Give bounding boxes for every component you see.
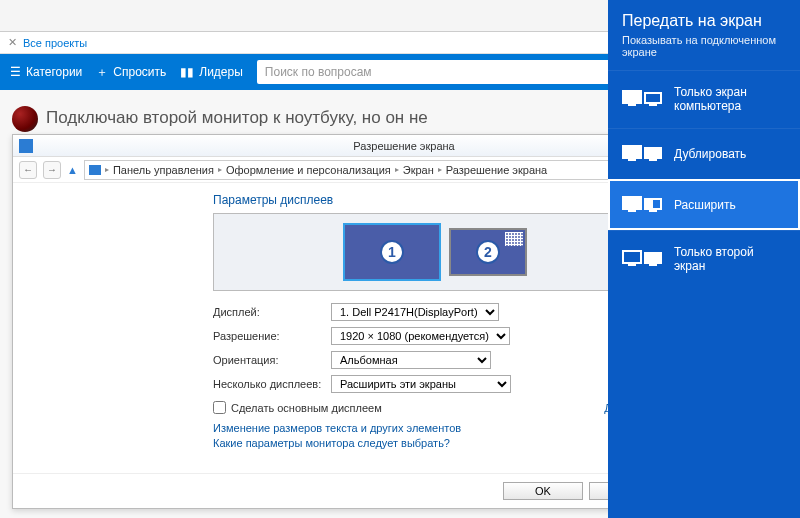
- charm-item-label: Только экран компьютера: [674, 85, 786, 114]
- monitor-number: 1: [380, 240, 404, 264]
- chevron-right-icon: ▸: [105, 165, 109, 174]
- charm-item-label: Дублировать: [674, 147, 746, 161]
- pc-only-icon: [622, 88, 662, 110]
- chart-icon: ▮▮: [180, 65, 194, 79]
- nav-leaders[interactable]: ▮▮Лидеры: [180, 65, 243, 79]
- displays-preview[interactable]: 1 2: [213, 213, 657, 291]
- charm-item-extend[interactable]: Расширить: [608, 179, 800, 230]
- charm-item-duplicate[interactable]: Дублировать: [608, 128, 800, 179]
- chevron-right-icon: ▸: [438, 165, 442, 174]
- orientation-select[interactable]: Альбомная: [331, 351, 491, 369]
- monitor-number: 2: [476, 240, 500, 264]
- breadcrumb-item[interactable]: Оформление и персонализация: [226, 164, 391, 176]
- project-charm-panel: Передать на экран Показывать на подключе…: [608, 0, 800, 518]
- charm-item-second-only[interactable]: Только второй экран: [608, 230, 800, 288]
- breadcrumb-item[interactable]: Панель управления: [113, 164, 214, 176]
- extend-icon: [622, 194, 662, 216]
- resolution-select[interactable]: 1920 × 1080 (рекомендуется): [331, 327, 510, 345]
- display-label: Дисплей:: [213, 306, 323, 318]
- duplicate-icon: [622, 143, 662, 165]
- monitor-icon: [89, 165, 101, 175]
- window-icon: [19, 139, 33, 153]
- second-only-icon: [622, 248, 662, 270]
- charm-subtitle: Показывать на подключенном экране: [608, 34, 800, 70]
- breadcrumb-item[interactable]: Разрешение экрана: [446, 164, 547, 176]
- chevron-right-icon: ▸: [218, 165, 222, 174]
- nav-ask-label: Спросить: [113, 65, 166, 79]
- ok-button[interactable]: OK: [503, 482, 583, 500]
- question-search-placeholder: Поиск по вопросам: [265, 65, 372, 79]
- multi-select[interactable]: Расширить эти экраны: [331, 375, 511, 393]
- tab-close-icon[interactable]: ✕: [8, 36, 17, 49]
- tab-all-projects[interactable]: Все проекты: [23, 37, 87, 49]
- nav-categories-label: Категории: [26, 65, 82, 79]
- primary-display-checkbox[interactable]: [213, 401, 226, 414]
- nav-categories[interactable]: ☰Категории: [10, 65, 82, 79]
- question-title-text: Подключаю второй монитор к ноутбуку, но …: [46, 108, 428, 127]
- display-select[interactable]: 1. Dell P2417H(DisplayPort): [331, 303, 499, 321]
- charm-title: Передать на экран: [608, 0, 800, 34]
- monitor-1[interactable]: 1: [343, 223, 441, 281]
- charm-item-pc-only[interactable]: Только экран компьютера: [608, 70, 800, 128]
- nav-ask[interactable]: ＋Спросить: [96, 64, 166, 81]
- asker-avatar[interactable]: [12, 106, 38, 132]
- orientation-label: Ориентация:: [213, 354, 323, 366]
- multi-label: Несколько дисплеев:: [213, 378, 323, 390]
- charm-item-label: Расширить: [674, 198, 736, 212]
- list-icon: ☰: [10, 65, 21, 79]
- charm-item-label: Только второй экран: [674, 245, 786, 274]
- plus-icon: ＋: [96, 64, 108, 81]
- up-icon[interactable]: ▲: [67, 164, 78, 176]
- monitor-2[interactable]: 2: [449, 228, 527, 276]
- chevron-right-icon: ▸: [395, 165, 399, 174]
- nav-leaders-label: Лидеры: [199, 65, 243, 79]
- monitor-grid-icon: [505, 232, 523, 246]
- back-button[interactable]: ←: [19, 161, 37, 179]
- primary-display-label: Сделать основным дисплеем: [231, 402, 382, 414]
- breadcrumb-item[interactable]: Экран: [403, 164, 434, 176]
- resolution-label: Разрешение:: [213, 330, 323, 342]
- forward-button[interactable]: →: [43, 161, 61, 179]
